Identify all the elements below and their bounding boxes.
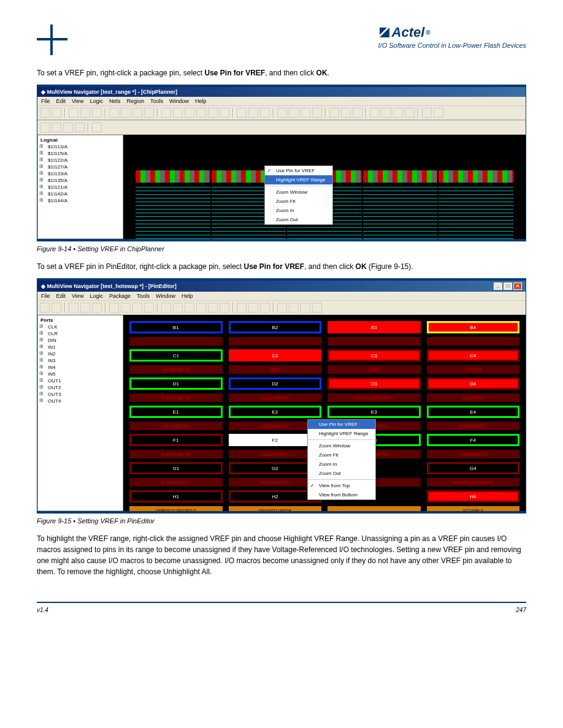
toolbar-btn[interactable]	[381, 108, 391, 118]
toolbar-btn[interactable]	[353, 108, 362, 118]
toolbar-btn[interactable]	[312, 108, 322, 118]
toolbar-btn[interactable]	[248, 303, 258, 313]
toolbar-btn[interactable]	[301, 303, 310, 313]
menu-logic[interactable]: Logic	[90, 98, 103, 104]
ctx-zoom-out[interactable]: Zoom Out	[265, 215, 332, 224]
menu-tools[interactable]: Tools	[150, 98, 163, 104]
tree-item[interactable]: $1I127/A	[39, 164, 121, 170]
toolbar-btn[interactable]	[329, 108, 339, 118]
tree-item[interactable]: OUT1	[39, 377, 121, 384]
toolbar-btn[interactable]	[109, 303, 119, 313]
pin-C2[interactable]: C2	[229, 349, 322, 362]
pin-D3[interactable]: D3	[327, 377, 421, 390]
toolbar-btn[interactable]	[173, 108, 183, 118]
tree-item[interactable]: OUT3	[39, 391, 121, 398]
toolbar-btn[interactable]	[196, 108, 206, 118]
toolbar-btn[interactable]	[121, 108, 131, 118]
pin-F4[interactable]: F4	[427, 434, 520, 446]
toolbar-btn[interactable]	[52, 303, 61, 313]
toolbar-btn[interactable]	[40, 108, 50, 118]
toolbar-btn[interactable]	[80, 303, 90, 313]
toolbar-btn[interactable]	[92, 123, 102, 132]
menu-view[interactable]: View	[72, 293, 83, 299]
tree-item[interactable]: IN5	[39, 371, 121, 377]
toolbar-btn[interactable]	[144, 303, 154, 313]
toolbar-btn[interactable]	[69, 108, 79, 118]
toolbar-btn[interactable]	[69, 303, 79, 313]
toolbar-btn[interactable]	[434, 108, 443, 118]
toolbar-btn[interactable]	[312, 303, 322, 313]
toolbar-btn[interactable]	[208, 108, 218, 118]
toolbar-btn[interactable]	[144, 108, 154, 118]
toolbar-btn[interactable]	[109, 108, 119, 118]
toolbar-btn[interactable]	[277, 108, 287, 118]
pin-C4[interactable]: C4	[427, 349, 520, 362]
toolbar-btn[interactable]	[405, 108, 415, 118]
toolbar-btn[interactable]	[422, 108, 432, 118]
toolbar-btn[interactable]	[80, 108, 90, 118]
tree-item[interactable]: CLR	[39, 330, 121, 337]
toolbar-btn[interactable]	[121, 303, 131, 313]
toolbar-btn[interactable]	[75, 123, 85, 132]
window-controls[interactable]: _□×	[492, 282, 522, 290]
menu-logic[interactable]: Logic	[90, 293, 103, 299]
tree-item[interactable]: $1I113/A	[39, 143, 121, 150]
toolbar-btn[interactable]	[208, 303, 218, 313]
ctx-zoom-fit[interactable]: Zoom Fit	[308, 450, 375, 460]
tree-item[interactable]: $1I122/A	[39, 157, 121, 164]
toolbar-btn[interactable]	[260, 108, 270, 118]
toolbar-btn[interactable]	[289, 108, 299, 118]
ctx-highlight-vref-range[interactable]: Highlight VREF Range	[308, 429, 375, 438]
chip-canvas[interactable]: Use Pin for VREF Highlight VREF Range Zo…	[123, 135, 526, 239]
pin-B3[interactable]: B3	[327, 321, 421, 333]
tree-item[interactable]: CLK	[39, 324, 121, 330]
toolbar-btn[interactable]	[92, 108, 102, 118]
menu-tools[interactable]: Tools	[137, 293, 150, 299]
menu-edit[interactable]: Edit	[56, 98, 66, 104]
tree-item[interactable]: DIN	[39, 337, 121, 344]
pin-C1[interactable]: C1	[129, 349, 223, 362]
toolbar-btn[interactable]	[248, 108, 258, 118]
pin-D1[interactable]: D1	[129, 377, 223, 390]
toolbar-btn[interactable]	[40, 303, 50, 313]
pin-B1[interactable]: B1	[129, 321, 223, 333]
menubar[interactable]: File Edit View Logic Package Tools Windo…	[37, 292, 526, 300]
tree-item[interactable]: $1I133/A	[39, 170, 121, 177]
tree-item[interactable]: OUT2	[39, 384, 121, 391]
tree-item[interactable]: $1I135/A	[39, 177, 121, 184]
pin-C3[interactable]: C3	[327, 349, 421, 362]
menu-edit[interactable]: Edit	[56, 293, 66, 299]
ctx-zoom-window[interactable]: Zoom Window	[265, 188, 332, 197]
menu-region[interactable]: Region	[126, 98, 144, 104]
ctx-highlight-vref-range[interactable]: Highlight VREF Range	[265, 175, 332, 184]
toolbar-btn[interactable]	[185, 108, 194, 118]
menu-help[interactable]: Help	[182, 293, 193, 299]
toolbar-btn[interactable]	[40, 123, 50, 132]
tree-item[interactable]: $1I142/A	[39, 191, 121, 197]
ctx-zoom-in[interactable]: Zoom In	[308, 460, 375, 469]
tree-item[interactable]: $1I115/A	[39, 150, 121, 157]
pin-B2[interactable]: B2	[229, 321, 322, 333]
menu-view[interactable]: View	[72, 98, 83, 104]
ctx-zoom-window[interactable]: Zoom Window	[308, 441, 375, 450]
tree-root[interactable]: Logical	[39, 137, 121, 143]
toolbar-btn[interactable]	[52, 108, 61, 118]
toolbar-btn[interactable]	[173, 303, 183, 313]
toolbar-btn[interactable]	[393, 108, 403, 118]
pin-G1[interactable]: G1	[129, 462, 223, 474]
toolbar-btn[interactable]	[92, 303, 102, 313]
tree-item[interactable]: IN2	[39, 351, 121, 357]
ctx-use-pin-vref[interactable]: Use Pin for VREF	[308, 420, 375, 429]
close-button[interactable]: ×	[513, 282, 522, 290]
toolbar-btn[interactable]	[132, 303, 142, 313]
logical-tree[interactable]: Logical $1I113/A $1I115/A $1I122/A $1I12…	[37, 135, 123, 239]
menu-package[interactable]: Package	[109, 293, 131, 299]
toolbar-btn[interactable]	[161, 303, 171, 313]
toolbar-btn[interactable]	[301, 108, 310, 118]
tree-root[interactable]: Ports	[39, 317, 121, 324]
tree-item[interactable]: IN1	[39, 344, 121, 351]
ctx-zoom-out[interactable]: Zoom Out	[308, 469, 375, 478]
tree-item[interactable]: $1I144/A	[39, 197, 121, 204]
menu-file[interactable]: File	[41, 98, 50, 104]
pin-D4[interactable]: D4	[427, 377, 520, 390]
